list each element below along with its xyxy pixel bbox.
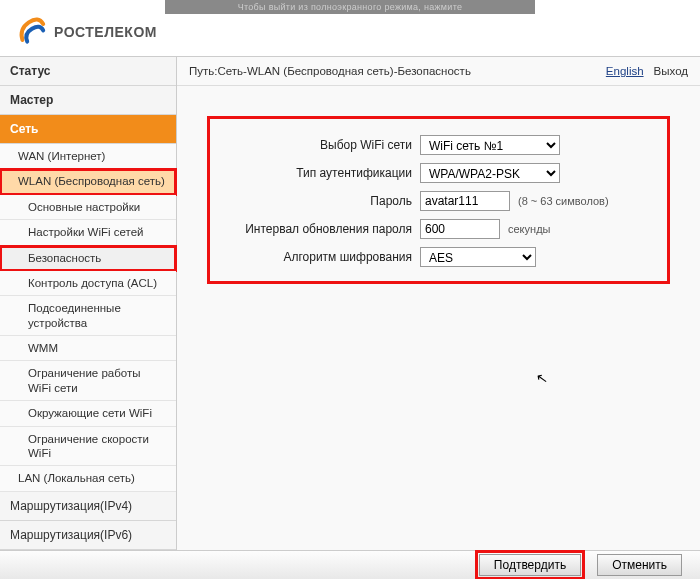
algorithm-label: Алгоритм шифрования xyxy=(210,250,420,264)
sidebar-sub-limit[interactable]: Ограничение работы WiFi сети xyxy=(0,361,176,401)
breadcrumb-row: Путь:Сеть-WLAN (Беспроводная сеть)-Безоп… xyxy=(177,57,700,86)
brand-text: РОСТЕЛЕКОМ xyxy=(54,24,157,40)
security-form: Выбор WiFi сети WiFi сеть №1 Тип аутенти… xyxy=(207,116,670,284)
algorithm-select[interactable]: AES xyxy=(420,247,536,267)
cancel-button[interactable]: Отменить xyxy=(597,554,682,576)
fullscreen-hint: Чтобы выйти из полноэкранного режима, на… xyxy=(165,0,535,14)
interval-input[interactable] xyxy=(420,219,500,239)
sidebar-item-network[interactable]: Сеть xyxy=(0,115,176,144)
sidebar-item-status[interactable]: Статус xyxy=(0,57,176,86)
confirm-button[interactable]: Подтвердить xyxy=(479,554,581,576)
sidebar: Статус Мастер Сеть WAN (Интернет) WLAN (… xyxy=(0,57,177,550)
sidebar-item-wizard[interactable]: Мастер xyxy=(0,86,176,115)
logo-icon xyxy=(16,16,48,48)
sidebar-sub-neighbor[interactable]: Окружающие сети WiFi xyxy=(0,401,176,426)
sidebar-sub-wan[interactable]: WAN (Интернет) xyxy=(0,144,176,169)
footer-bar: Подтвердить Отменить xyxy=(0,550,700,579)
sidebar-sub-security[interactable]: Безопасность xyxy=(0,246,176,271)
ssid-select[interactable]: WiFi сеть №1 xyxy=(420,135,560,155)
interval-unit: секунды xyxy=(508,223,550,235)
auth-label: Тип аутентификации xyxy=(210,166,420,180)
sidebar-sub-speed[interactable]: Ограничение скорости WiFi xyxy=(0,427,176,467)
sidebar-sub-basic[interactable]: Основные настройки xyxy=(0,195,176,220)
password-label: Пароль xyxy=(210,194,420,208)
sidebar-sub-lan[interactable]: LAN (Локальная сеть) xyxy=(0,466,176,491)
interval-label: Интервал обновления пароля xyxy=(210,222,420,236)
password-input[interactable] xyxy=(420,191,510,211)
sidebar-sub-acl[interactable]: Контроль доступа (ACL) xyxy=(0,271,176,296)
ssid-label: Выбор WiFi сети xyxy=(210,138,420,152)
sidebar-sub-wlan[interactable]: WLAN (Беспроводная сеть) xyxy=(0,169,176,194)
sidebar-sub-wifi-profiles[interactable]: Настройки WiFi сетей xyxy=(0,220,176,245)
password-hint: (8 ~ 63 символов) xyxy=(518,195,609,207)
breadcrumb: Путь:Сеть-WLAN (Беспроводная сеть)-Безоп… xyxy=(189,65,471,77)
confirm-highlight: Подтвердить xyxy=(477,552,583,578)
sidebar-sub-connected[interactable]: Подсоединенные устройства xyxy=(0,296,176,336)
logout-link[interactable]: Выход xyxy=(654,65,688,77)
auth-select[interactable]: WPA/WPA2-PSK xyxy=(420,163,560,183)
sidebar-sub-wmm[interactable]: WMM xyxy=(0,336,176,361)
sidebar-item-route6[interactable]: Маршрутизация(IPv6) xyxy=(0,521,176,550)
language-link[interactable]: English xyxy=(606,65,644,77)
content-panel: Путь:Сеть-WLAN (Беспроводная сеть)-Безоп… xyxy=(177,57,700,550)
sidebar-item-route4[interactable]: Маршрутизация(IPv4) xyxy=(0,492,176,521)
